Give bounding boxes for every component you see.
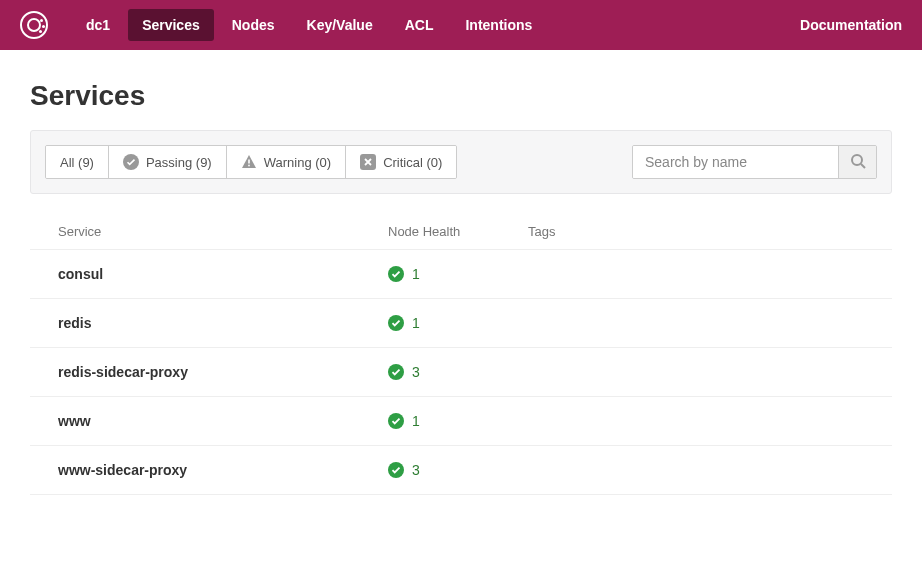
table-row[interactable]: redis-sidecar-proxy3 [30,348,892,397]
health-count: 3 [412,364,420,380]
main-content: Services All (9) Passing (9) Warning (0) [0,50,922,525]
service-name: www-sidecar-proxy [58,462,388,478]
health-count: 1 [412,266,420,282]
nav-nodes[interactable]: Nodes [218,9,289,41]
filter-critical[interactable]: Critical (0) [346,146,456,178]
check-circle-icon [388,266,404,282]
node-health: 1 [388,413,528,429]
check-circle-icon [123,154,139,170]
service-name: www [58,413,388,429]
svg-line-5 [861,164,865,168]
th-tags: Tags [528,224,864,239]
check-circle-icon [388,413,404,429]
node-health: 3 [388,462,528,478]
svg-point-4 [852,155,862,165]
filter-group: All (9) Passing (9) Warning (0) Critical… [45,145,457,179]
check-circle-icon [388,462,404,478]
filter-passing[interactable]: Passing (9) [109,146,227,178]
page-title: Services [30,80,892,112]
service-name: redis [58,315,388,331]
th-service: Service [58,224,388,239]
filter-all-label: All (9) [60,155,94,170]
th-health: Node Health [388,224,528,239]
top-navbar: dc1 Services Nodes Key/Value ACL Intenti… [0,0,922,50]
nav-documentation[interactable]: Documentation [800,17,902,33]
search-input[interactable] [633,146,838,178]
service-name: redis-sidecar-proxy [58,364,388,380]
filter-passing-label: Passing (9) [146,155,212,170]
nav-acl[interactable]: ACL [391,9,448,41]
table-row[interactable]: consul1 [30,250,892,299]
filter-bar: All (9) Passing (9) Warning (0) Critical… [30,130,892,194]
check-circle-icon [388,315,404,331]
search-button[interactable] [838,146,876,178]
search-wrap [632,145,877,179]
health-count: 3 [412,462,420,478]
table-body: consul1redis1redis-sidecar-proxy3www1www… [30,250,892,495]
table-header: Service Node Health Tags [30,214,892,250]
nav-datacenter[interactable]: dc1 [72,9,124,41]
nav-keyvalue[interactable]: Key/Value [293,9,387,41]
filter-warning-label: Warning (0) [264,155,331,170]
nav-intentions[interactable]: Intentions [451,9,546,41]
health-count: 1 [412,413,420,429]
warning-triangle-icon [241,154,257,170]
filter-warning[interactable]: Warning (0) [227,146,346,178]
consul-logo-icon [20,11,48,39]
health-count: 1 [412,315,420,331]
table-row[interactable]: www1 [30,397,892,446]
node-health: 1 [388,266,528,282]
filter-all[interactable]: All (9) [46,146,109,178]
svg-rect-1 [248,160,250,164]
close-square-icon [360,154,376,170]
filter-critical-label: Critical (0) [383,155,442,170]
service-name: consul [58,266,388,282]
svg-rect-2 [248,165,250,167]
check-circle-icon [388,364,404,380]
services-table: Service Node Health Tags consul1redis1re… [30,214,892,495]
nav-services[interactable]: Services [128,9,214,41]
table-row[interactable]: redis1 [30,299,892,348]
node-health: 1 [388,315,528,331]
search-icon [850,153,866,172]
table-row[interactable]: www-sidecar-proxy3 [30,446,892,495]
node-health: 3 [388,364,528,380]
nav-links: dc1 Services Nodes Key/Value ACL Intenti… [72,9,800,41]
